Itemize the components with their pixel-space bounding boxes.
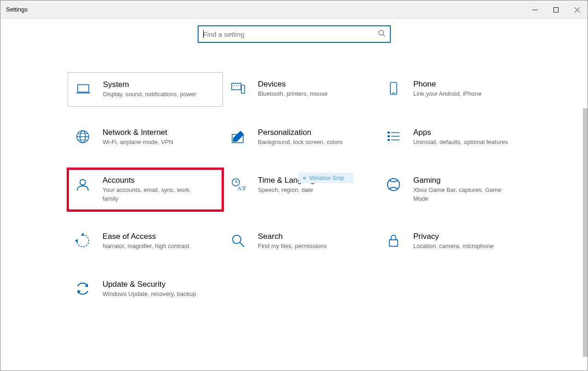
devices-icon (230, 81, 246, 96)
timelang-icon: A字 (230, 177, 246, 192)
tile-network[interactable]: Network & Internet Wi-Fi, airplane mode,… (68, 121, 223, 155)
text-cursor (203, 30, 204, 38)
tile-personalization[interactable]: Personalization Background, lock screen,… (223, 121, 378, 155)
svg-line-5 (383, 35, 385, 36)
tile-desc: Narrator, magnifier, high contrast (103, 242, 189, 251)
content-area: System Display, sound, notifications, po… (0, 25, 588, 371)
svg-point-32 (388, 179, 400, 191)
svg-point-27 (80, 180, 86, 185)
tile-devices[interactable]: Devices Bluetooth, printers, mouse (223, 72, 378, 107)
search-icon (378, 29, 385, 39)
window-controls (524, 0, 588, 19)
minimize-icon (532, 7, 537, 12)
svg-rect-23 (388, 139, 390, 141)
window-title: Settings (6, 6, 28, 13)
svg-point-35 (233, 235, 241, 243)
close-icon (575, 7, 580, 12)
magnifier-icon (230, 233, 246, 249)
tile-title: Search (258, 232, 327, 241)
svg-text:A字: A字 (238, 186, 246, 191)
minimize-button[interactable] (524, 0, 545, 19)
snip-label: Window Snip (309, 174, 344, 181)
tile-title: Phone (413, 80, 481, 89)
tile-desc: Display, sound, notifications, power (103, 90, 196, 99)
update-icon (75, 281, 91, 296)
tile-privacy[interactable]: Privacy Location, camera, microphone (378, 225, 534, 259)
tile-desc: Windows Update, recovery, backup (103, 290, 196, 299)
svg-rect-22 (388, 135, 390, 137)
scrollbar-thumb[interactable] (583, 108, 588, 357)
pen-icon (230, 129, 246, 145)
svg-rect-1 (554, 7, 558, 12)
svg-rect-21 (388, 132, 390, 133)
search-input[interactable] (203, 30, 378, 38)
tile-title: Privacy (413, 232, 494, 241)
laptop-icon (75, 81, 91, 97)
snip-overlay: Window Snip (298, 173, 354, 183)
search-container (0, 25, 588, 43)
svg-line-36 (240, 243, 244, 247)
tile-desc: Find my files, permissions (258, 242, 327, 251)
svg-rect-6 (78, 85, 89, 92)
xbox-icon (386, 177, 401, 192)
svg-rect-8 (232, 83, 241, 90)
tile-phone[interactable]: Phone Link your Android, iPhone (378, 72, 534, 107)
apps-icon (386, 129, 401, 145)
settings-grid: System Display, sound, notifications, po… (68, 72, 588, 307)
tile-desc: Your accounts, email, sync, work, family (103, 186, 199, 203)
tile-desc: Uninstall, defaults, optional features (413, 138, 508, 147)
titlebar[interactable]: Settings (0, 0, 588, 19)
close-button[interactable] (566, 0, 588, 19)
tile-title: Gaming (413, 176, 510, 185)
svg-marker-34 (75, 239, 78, 243)
tile-apps[interactable]: Apps Uninstall, defaults, optional featu… (378, 121, 534, 155)
tile-desc: Speech, region, date (258, 186, 320, 195)
ease-icon (75, 233, 91, 249)
tile-title: Update & Security (103, 280, 196, 289)
tile-desc: Bluetooth, printers, mouse (258, 90, 328, 99)
person-icon (75, 177, 91, 192)
svg-rect-37 (389, 240, 398, 246)
svg-point-4 (378, 30, 383, 35)
maximize-icon (554, 7, 559, 12)
tile-desc: Wi-Fi, airplane mode, VPN (103, 138, 173, 147)
globe-icon (75, 129, 91, 145)
tile-search[interactable]: Search Find my files, permissions (223, 225, 378, 259)
tile-system[interactable]: System Display, sound, notifications, po… (68, 72, 223, 107)
tile-title: System (103, 80, 196, 89)
svg-rect-13 (390, 82, 397, 94)
tile-accounts[interactable]: Accounts Your accounts, email, sync, wor… (68, 168, 223, 211)
svg-point-12 (238, 85, 239, 86)
tile-desc: Background, lock screen, colors (258, 138, 343, 147)
tile-desc: Link your Android, iPhone (413, 90, 481, 99)
snip-dot-icon (303, 177, 306, 180)
tile-title: Accounts (103, 176, 199, 185)
svg-marker-33 (81, 233, 85, 236)
lock-icon (386, 233, 401, 249)
tile-desc: Xbox Game Bar, captures, Game Mode (413, 186, 510, 203)
tile-title: Devices (258, 80, 328, 89)
phone-icon (386, 81, 401, 96)
tile-update-security[interactable]: Update & Security Windows Update, recove… (68, 272, 223, 307)
tile-ease-of-access[interactable]: Ease of Access Narrator, magnifier, high… (68, 225, 223, 259)
tile-title: Ease of Access (103, 232, 189, 241)
scrollbar[interactable] (583, 108, 588, 371)
tile-gaming[interactable]: Gaming Xbox Game Bar, captures, Game Mod… (378, 168, 534, 211)
svg-point-11 (236, 85, 237, 86)
tile-title: Network & Internet (103, 128, 173, 137)
tile-title: Apps (413, 128, 508, 137)
maximize-button[interactable] (545, 0, 566, 19)
svg-point-10 (234, 85, 234, 86)
svg-rect-9 (241, 85, 245, 93)
tile-desc: Location, camera, microphone (413, 242, 494, 251)
search-box[interactable] (198, 25, 391, 43)
tile-title: Personalization (258, 128, 343, 137)
